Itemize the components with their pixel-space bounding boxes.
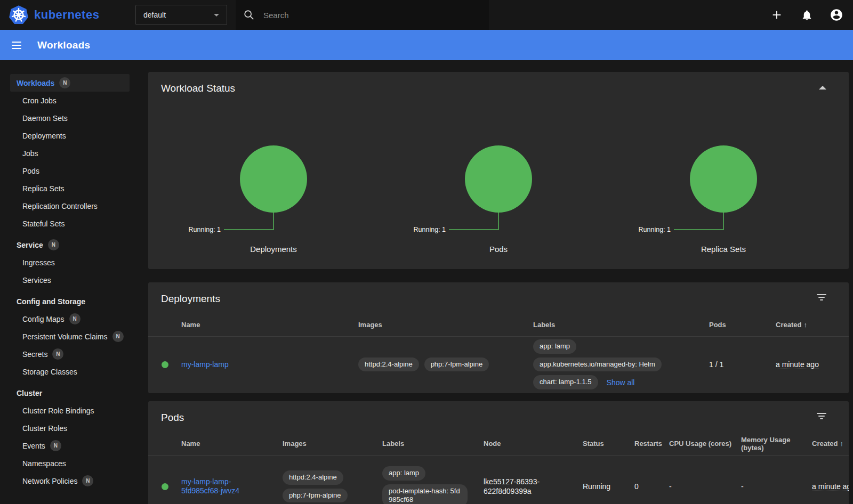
column-header-created[interactable]: Created ↑ bbox=[812, 440, 849, 448]
search-input[interactable] bbox=[263, 11, 481, 20]
workload-pie-deployments: Running: 1Deployments bbox=[161, 102, 386, 254]
column-header-images[interactable]: Images bbox=[358, 321, 533, 329]
pod-node: lke55127-86393-622f8d09399a bbox=[484, 477, 583, 496]
column-header-memory[interactable]: Memory Usage (bytes) bbox=[741, 436, 812, 452]
sidebar-item-daemon-sets[interactable]: Daemon Sets bbox=[10, 109, 130, 127]
column-header-name[interactable]: Name bbox=[181, 440, 283, 448]
filter-icon[interactable] bbox=[816, 412, 827, 420]
notifications-button[interactable] bbox=[800, 8, 814, 22]
column-header-name[interactable]: Name bbox=[181, 321, 358, 329]
namespaced-badge: N bbox=[52, 348, 63, 360]
sort-ascending-icon: ↑ bbox=[803, 321, 807, 329]
sidebar-item-label: Jobs bbox=[22, 149, 38, 158]
column-header-status[interactable]: Status bbox=[583, 440, 634, 448]
deployment-name-link[interactable]: my-lamp-lamp bbox=[181, 360, 235, 370]
sidebar-item-label: Cluster Roles bbox=[22, 424, 67, 433]
deployment-images: httpd:2.4-alpinephp:7-fpm-alpine bbox=[358, 357, 533, 372]
label-chip: php:7-fpm-alpine bbox=[283, 489, 348, 503]
sidebar-item-persistent-volume-claims[interactable]: Persistent Volume ClaimsN bbox=[10, 328, 130, 345]
deployments-title: Deployments bbox=[148, 282, 849, 305]
sidebar-item-ingresses[interactable]: Ingresses bbox=[10, 254, 130, 271]
search-icon bbox=[243, 9, 255, 21]
account-circle-icon bbox=[830, 8, 843, 22]
namespaced-badge: N bbox=[59, 77, 70, 88]
sidebar-item-config-maps[interactable]: Config MapsN bbox=[10, 310, 130, 328]
label-chip: app.kubernetes.io/managed-by: Helm bbox=[533, 357, 662, 372]
label-chip: app: lamp bbox=[382, 466, 425, 481]
sidebar-item-config-and-storage: Config and Storage bbox=[10, 292, 130, 310]
sidebar-item-deployments[interactable]: Deployments bbox=[10, 127, 130, 144]
workload-status-charts: Running: 1DeploymentsRunning: 1PodsRunni… bbox=[148, 102, 849, 254]
namespaced-badge: N bbox=[50, 440, 61, 451]
sidebar-item-replication-controllers[interactable]: Replication Controllers bbox=[10, 197, 130, 215]
sidebar-item-namespaces[interactable]: Namespaces bbox=[10, 454, 130, 472]
sidebar-item-storage-classes[interactable]: Storage Classes bbox=[10, 363, 130, 380]
sidebar-item-label: Replica Sets bbox=[22, 184, 65, 193]
sidebar-item-events[interactable]: EventsN bbox=[10, 437, 130, 454]
sidebar-item-label: Network Policies bbox=[22, 477, 77, 485]
create-resource-button[interactable] bbox=[770, 8, 784, 22]
sidebar-item-workloads[interactable]: WorkloadsN bbox=[10, 74, 130, 92]
sidebar-item-cluster-roles[interactable]: Cluster Roles bbox=[10, 419, 130, 437]
label-chip: php:7-fpm-alpine bbox=[424, 357, 489, 372]
sidebar-item-label: Config and Storage bbox=[17, 297, 85, 306]
column-header-labels[interactable]: Labels bbox=[382, 440, 484, 448]
menu-button[interactable] bbox=[10, 39, 23, 51]
filter-icon[interactable] bbox=[816, 293, 827, 302]
status-ok-icon bbox=[162, 361, 168, 368]
pod-cpu-usage: - bbox=[669, 482, 741, 491]
column-header-cpu[interactable]: CPU Usage (cores) bbox=[669, 440, 741, 448]
namespace-value: default bbox=[143, 11, 166, 19]
collapse-card-icon[interactable] bbox=[819, 86, 826, 90]
sidebar-item-label: Events bbox=[22, 442, 45, 450]
label-chip: chart: lamp-1.1.5 bbox=[533, 375, 598, 389]
pie-chart: Running: 1 bbox=[611, 102, 836, 235]
main-content: Workload Status Running: 1DeploymentsRun… bbox=[136, 60, 853, 504]
column-header-pods[interactable]: Pods bbox=[709, 321, 776, 329]
label-chip: pod-template-hash: 5fd985cf68 bbox=[382, 484, 468, 504]
sidebar-item-cron-jobs[interactable]: Cron Jobs bbox=[10, 92, 130, 109]
sidebar-item-jobs[interactable]: Jobs bbox=[10, 144, 130, 162]
sidebar-item-services[interactable]: Services bbox=[10, 271, 130, 289]
label-chip: app: lamp bbox=[533, 339, 576, 354]
pod-memory-usage: - bbox=[741, 482, 812, 491]
pod-name-link[interactable]: my-lamp-lamp-5fd985cf68-jwvz4 bbox=[181, 477, 276, 496]
account-button[interactable] bbox=[830, 8, 843, 22]
label-chip: httpd:2.4-alpine bbox=[358, 357, 419, 372]
column-header-images[interactable]: Images bbox=[283, 440, 382, 448]
column-header-restarts[interactable]: Restarts bbox=[634, 440, 669, 448]
sidebar-item-label: Namespaces bbox=[22, 459, 66, 468]
chart-title: Replica Sets bbox=[701, 245, 746, 254]
top-bar: kubernetes default bbox=[0, 0, 853, 30]
sort-ascending-icon: ↑ bbox=[840, 440, 843, 448]
sidebar-item-label: Secrets bbox=[22, 350, 47, 359]
sidebar-item-replica-sets[interactable]: Replica Sets bbox=[10, 180, 130, 197]
sidebar-item-secrets[interactable]: SecretsN bbox=[10, 345, 130, 363]
label-chip: httpd:2.4-alpine bbox=[283, 470, 343, 485]
pods-title: Pods bbox=[148, 401, 849, 424]
sidebar-item-label: Services bbox=[22, 276, 51, 284]
status-ok-icon bbox=[162, 483, 168, 490]
namespace-selector[interactable]: default bbox=[135, 5, 227, 25]
deployments-card: Deployments Name Images Labels Pods Crea… bbox=[148, 282, 849, 393]
pod-status: Running bbox=[583, 482, 634, 491]
chevron-down-icon bbox=[214, 14, 219, 17]
column-header-node[interactable]: Node bbox=[484, 440, 583, 448]
sidebar-item-service[interactable]: ServiceN bbox=[10, 236, 130, 254]
sidebar-item-stateful-sets[interactable]: Stateful Sets bbox=[10, 215, 130, 232]
sidebar-item-pods[interactable]: Pods bbox=[10, 162, 130, 180]
sidebar-item-cluster-role-bindings[interactable]: Cluster Role Bindings bbox=[10, 402, 130, 419]
namespaced-badge: N bbox=[69, 313, 81, 324]
pie-chart: Running: 1 bbox=[161, 102, 386, 235]
column-header-labels[interactable]: Labels bbox=[533, 321, 709, 329]
pods-table-header: Name Images Labels Node Status Restarts … bbox=[148, 432, 849, 456]
plus-icon bbox=[771, 9, 783, 21]
table-row: my-lamp-lamp httpd:2.4-alpinephp:7-fpm-a… bbox=[148, 337, 849, 392]
show-all-link[interactable]: Show all bbox=[607, 378, 635, 387]
sidebar-item-network-policies[interactable]: Network PoliciesN bbox=[10, 472, 130, 490]
sidebar-item-label: Config Maps bbox=[22, 315, 65, 323]
column-header-created[interactable]: Created ↑ bbox=[776, 321, 849, 329]
pod-images: httpd:2.4-alpinephp:7-fpm-alpine bbox=[283, 470, 382, 503]
sidebar-item-label: Service bbox=[17, 241, 43, 249]
brand-home-link[interactable]: kubernetes bbox=[9, 5, 135, 25]
